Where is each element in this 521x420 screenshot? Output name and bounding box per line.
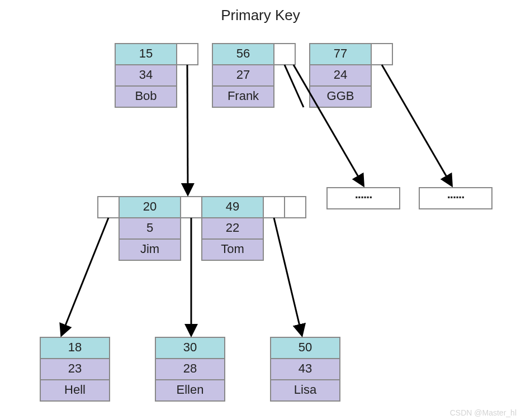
ellipsis-node-1: ······ (419, 188, 492, 209)
root-entry-2: 77 24 GGB (310, 44, 371, 107)
mid-ptr-2 (263, 197, 285, 218)
root-entry-0: 15 34 Bob (115, 44, 177, 107)
leaf0-key: 18 (68, 340, 82, 354)
diagram-title: Primary Key (221, 7, 300, 23)
diagram-canvas: Primary Key 15 34 Bob 56 27 Frank 77 (0, 0, 521, 420)
ellipsis-0-label: ······ (355, 190, 372, 204)
leaf0-f1: 23 (68, 361, 82, 375)
arrow-mid-p0 (61, 218, 108, 335)
root-key-1: 56 (236, 46, 250, 60)
mid-entry-1: 49 22 Tom (202, 197, 263, 260)
root-f1-0: 34 (139, 68, 153, 82)
leaf-node-1: 30 28 Ellen (155, 337, 225, 401)
mid-f1-1: 22 (226, 221, 239, 235)
mid-f2-1: Tom (221, 242, 244, 256)
root-f2-0: Bob (135, 89, 157, 103)
watermark: CSDN @Master_hl (450, 408, 517, 417)
mid-node: 20 5 Jim 49 22 Tom (98, 197, 306, 260)
arrow-root-p0 (187, 65, 188, 194)
mid-key-0: 20 (143, 199, 157, 213)
root-ptr-0 (177, 44, 198, 65)
leaf1-f2: Ellen (177, 383, 204, 397)
leaf1-f1: 28 (183, 361, 197, 375)
leaf0-f2: Hell (64, 383, 86, 397)
ellipsis-1-label: ······ (447, 190, 465, 204)
leaf2-key: 50 (299, 340, 312, 354)
root-f1-1: 27 (236, 68, 250, 82)
root-key-2: 77 (334, 46, 347, 60)
mid-key-1: 49 (226, 199, 239, 213)
arrow-root-p2 (382, 65, 452, 185)
root-f2-1: Frank (228, 89, 259, 103)
leaf1-key: 30 (183, 340, 197, 354)
root-ptr-1 (274, 44, 295, 65)
mid-f2-0: Jim (140, 242, 159, 256)
arrow-mid-p2 (274, 218, 302, 335)
arrow-root-stub (285, 65, 304, 107)
mid-f1-0: 5 (146, 221, 153, 235)
root-ptr-2 (371, 44, 392, 65)
root-entry-1: 56 27 Frank (212, 44, 274, 107)
mid-ptr-1 (181, 197, 202, 218)
mid-ptr-0 (98, 197, 119, 218)
mid-ptr-extra (285, 197, 306, 218)
leaf2-f1: 43 (299, 361, 312, 375)
root-f2-2: GGB (327, 89, 354, 103)
leaf-node-0: 18 23 Hell (40, 337, 110, 401)
mid-entry-0: 20 5 Jim (119, 197, 181, 260)
leaf-node-2: 50 43 Lisa (271, 337, 340, 401)
ellipsis-node-0: ······ (327, 188, 400, 209)
leaf2-f2: Lisa (294, 383, 317, 397)
root-f1-2: 24 (334, 68, 347, 82)
root-key-0: 15 (139, 46, 153, 60)
root-node: 15 34 Bob 56 27 Frank 77 24 GGB (115, 44, 392, 107)
